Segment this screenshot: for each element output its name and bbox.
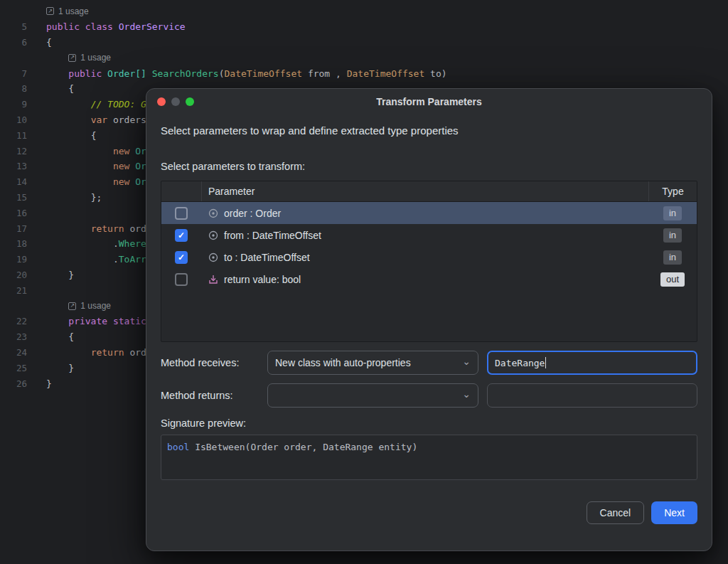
chevron-down-icon: ⌄ (462, 356, 471, 367)
usage-icon: ↗ (68, 302, 76, 310)
method-receives-row: Method receives: New class with auto-pro… (161, 351, 697, 375)
parameter-row[interactable]: return value: boolout (161, 268, 697, 290)
table-header: Parameter Type (161, 181, 697, 202)
parameter-row[interactable]: ✓from : DateTimeOffsetin (161, 224, 697, 246)
line-number: 15 (0, 192, 31, 203)
close-window-button[interactable] (157, 97, 166, 106)
code-line: } (46, 270, 74, 280)
parameter-label: to : DateTimeOffset (224, 252, 310, 263)
parameter-checkbox[interactable]: ✓ (175, 251, 188, 264)
line-number: 16 (0, 208, 31, 218)
dialog-titlebar[interactable]: Transform Parameters (146, 89, 712, 115)
line-number: 11 (0, 130, 31, 141)
line-number: 23 (0, 331, 31, 342)
dialog-body: Select parameters to wrap and define ext… (146, 124, 712, 524)
code-line: new Or (46, 146, 146, 156)
usage-row: ↗1 usage (0, 50, 728, 65)
parameter-label: return value: bool (224, 274, 301, 285)
code-row: 7public Order[] SearchOrders(DateTimeOff… (0, 65, 728, 81)
parameter-row[interactable]: ✓to : DateTimeOffsetin (161, 246, 697, 268)
code-line: new Or (46, 176, 146, 187)
line-number: 7 (0, 68, 31, 79)
code-row: 5public class OrderService (0, 19, 728, 35)
return-value-icon (208, 274, 219, 285)
code-line: .ToArr (46, 254, 146, 265)
transform-parameters-dialog: Transform Parameters Select parameters t… (146, 88, 712, 551)
parameter-icon (208, 208, 219, 219)
line-number: 13 (0, 161, 31, 171)
usage-icon: ↗ (46, 7, 54, 15)
table-body: order : Orderin✓from : DateTimeOffsetin✓… (161, 202, 697, 290)
parameter-checkbox[interactable] (175, 207, 188, 220)
line-number: 19 (0, 254, 31, 265)
code-row: 6{ (0, 35, 728, 50)
line-number: 14 (0, 176, 31, 187)
code-line: return ord (46, 347, 146, 358)
line-number: 8 (0, 83, 31, 94)
cancel-button[interactable]: Cancel (587, 501, 645, 524)
line-number: 12 (0, 146, 31, 156)
parameters-table: Parameter Type order : Orderin✓from : Da… (161, 181, 697, 342)
line-number: 20 (0, 270, 31, 280)
line-number: 9 (0, 99, 31, 110)
method-returns-row: Method returns: ⌄ (161, 383, 697, 408)
line-number: 22 (0, 316, 31, 326)
code-line: new Or (46, 161, 146, 171)
line-number: 10 (0, 115, 31, 125)
code-line: }; (46, 192, 102, 203)
direction-badge: out (660, 272, 685, 287)
usage-hint[interactable]: ↗1 usage (46, 301, 111, 311)
parameter-checkbox[interactable] (175, 273, 188, 286)
method-receives-dropdown[interactable]: New class with auto-properties ⌄ (267, 351, 478, 375)
code-line: } (46, 378, 52, 389)
parameter-row[interactable]: order : Orderin (161, 202, 697, 224)
method-returns-dropdown[interactable]: ⌄ (267, 383, 478, 408)
parameter-label: order : Order (224, 208, 281, 219)
code-line: { (46, 331, 74, 342)
signature-keyword: bool (167, 442, 189, 452)
type-name-input[interactable]: DateRange (487, 351, 697, 375)
usage-hint[interactable]: ↗1 usage (46, 53, 111, 63)
signature-preview: bool IsBetween(Order order, DateRange en… (161, 435, 697, 480)
line-number: 26 (0, 378, 31, 389)
zoom-window-button[interactable] (186, 97, 194, 106)
next-button[interactable]: Next (651, 501, 697, 524)
direction-badge: in (663, 228, 682, 243)
code-line: { (46, 37, 52, 48)
line-number: 21 (0, 285, 31, 296)
direction-badge: in (663, 250, 682, 265)
method-receives-value: New class with auto-properties (275, 357, 411, 368)
ide-screen: ↗1 usage5public class OrderService6{↗1 u… (0, 0, 728, 564)
parameters-section-label: Select parameters to transform: (161, 161, 697, 172)
method-returns-label: Method returns: (161, 390, 267, 401)
code-line: private static (46, 316, 146, 326)
code-line: return ord (46, 223, 146, 234)
parameter-label: from : DateTimeOffset (224, 230, 321, 241)
code-line: } (46, 363, 74, 373)
usage-row: ↗1 usage (0, 4, 728, 19)
checkbox-column-header (161, 181, 201, 201)
returns-type-input[interactable] (487, 383, 697, 408)
method-receives-label: Method receives: (161, 357, 267, 368)
usage-hint[interactable]: ↗1 usage (46, 6, 89, 16)
minimize-window-button[interactable] (171, 97, 180, 106)
parameter-checkbox[interactable]: ✓ (175, 229, 188, 242)
line-number: 25 (0, 363, 31, 373)
signature-rest: IsBetween(Order order, DateRange entity) (189, 442, 417, 452)
parameter-column-header: Parameter (201, 181, 648, 201)
line-number: 24 (0, 347, 31, 358)
dialog-subtitle: Select parameters to wrap and define ext… (161, 124, 697, 137)
line-number: 5 (0, 21, 31, 32)
line-number: 6 (0, 37, 31, 48)
parameter-icon (208, 230, 219, 241)
code-line: var orders (46, 115, 146, 125)
type-name-value: DateRange (495, 358, 545, 368)
parameter-icon (208, 252, 219, 263)
code-line: public Order[] SearchOrders(DateTimeOffs… (46, 68, 447, 79)
chevron-down-icon: ⌄ (462, 388, 471, 400)
code-line: public class OrderService (46, 21, 186, 32)
dialog-title: Transform Parameters (376, 96, 482, 107)
window-controls (157, 97, 194, 106)
type-column-header: Type (648, 181, 697, 201)
code-line: { (46, 130, 96, 141)
